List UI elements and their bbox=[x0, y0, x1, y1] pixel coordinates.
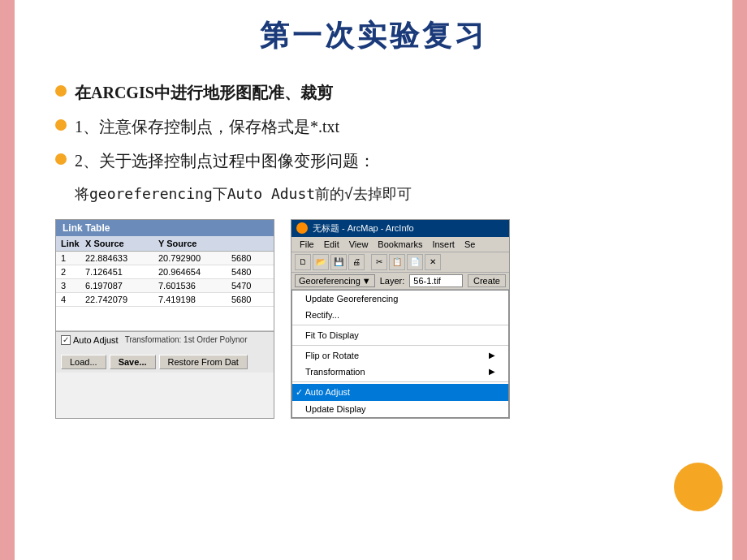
georef-arrow-icon: ▼ bbox=[362, 276, 371, 286]
link-table-header: Link X Source Y Source bbox=[56, 236, 274, 252]
restore-button[interactable]: Restore From Dat bbox=[159, 355, 248, 369]
flip-arrow-icon: ▶ bbox=[489, 351, 495, 360]
save-button[interactable]: Save... bbox=[110, 355, 156, 369]
toolbar-paste[interactable]: 📄 bbox=[407, 254, 423, 270]
header-xsource: X Source bbox=[84, 238, 157, 249]
right-decorative-bar bbox=[732, 0, 747, 560]
bullet-text-3: 2、关于选择控制点过程中图像变形问题： bbox=[75, 149, 375, 173]
arcmap-title-bar: 无标题 - ArcMap - ArcInfo bbox=[291, 220, 509, 237]
table-row: 3 6.197087 7.601536 5470 bbox=[56, 279, 274, 293]
menu-flip-rotate[interactable]: Flip or Rotate ▶ bbox=[292, 347, 508, 364]
toolbar-new[interactable]: 🗋 bbox=[295, 254, 311, 270]
auto-adjust-checkbox-label[interactable]: ✓ Auto Adjust bbox=[61, 335, 119, 345]
menu-fit-display[interactable]: Fit To Display bbox=[292, 327, 508, 343]
menu-file[interactable]: File bbox=[295, 239, 319, 250]
header-ysource: Y Source bbox=[157, 238, 230, 249]
layer-value: 56-1.tif bbox=[413, 276, 441, 286]
menu-update-georef[interactable]: Update Georeferencing bbox=[292, 291, 508, 307]
left-decorative-bar bbox=[0, 0, 15, 560]
separator-2 bbox=[292, 345, 508, 346]
bullet-text-1: 在ARCGIS中进行地形图配准、裁剪 bbox=[75, 80, 333, 105]
link-table-title: Link Table bbox=[56, 220, 274, 236]
screenshots-row: Link Table Link X Source Y Source 1 22.8… bbox=[55, 219, 700, 419]
transformation-label: Transformation: 1st Order Polynor bbox=[125, 335, 248, 344]
toolbar-open[interactable]: 📂 bbox=[313, 254, 329, 270]
bullet-item-2: 1、注意保存控制点，保存格式是*.txt bbox=[55, 114, 700, 139]
arcmap-toolbar: 🗋 📂 💾 🖨 ✂ 📋 📄 ✕ bbox=[291, 252, 509, 273]
layer-label: Layer: bbox=[380, 276, 405, 286]
link-table-screenshot: Link Table Link X Source Y Source 1 22.8… bbox=[55, 219, 274, 419]
georeferencing-dropdown[interactable]: Georeferencing ▼ bbox=[295, 274, 375, 287]
arcmap-screenshot: 无标题 - ArcMap - ArcInfo File Edit View Bo… bbox=[291, 219, 510, 419]
auto-adjust-label: Auto Adjust bbox=[73, 335, 119, 345]
bullet-text-2: 1、注意保存控制点，保存格式是*.txt bbox=[75, 114, 339, 139]
menu-se[interactable]: Se bbox=[460, 239, 480, 250]
bullet-dot-1 bbox=[55, 85, 67, 97]
footer-buttons: Load... Save... Restore From Dat bbox=[61, 355, 248, 369]
separator-3 bbox=[292, 381, 508, 382]
bullet-item-3: 2、关于选择控制点过程中图像变形问题： bbox=[55, 149, 700, 173]
bullet-item-1: 在ARCGIS中进行地形图配准、裁剪 bbox=[55, 80, 700, 105]
layer-input[interactable]: 56-1.tif bbox=[409, 274, 463, 287]
menu-view[interactable]: View bbox=[344, 239, 374, 250]
table-row: 2 7.126451 20.964654 5480 bbox=[56, 265, 274, 279]
header-link: Link bbox=[59, 238, 84, 249]
arcmap-icon bbox=[296, 222, 308, 234]
toolbar-copy[interactable]: 📋 bbox=[389, 254, 405, 270]
separator-1 bbox=[292, 325, 508, 325]
link-table-footer: ✓ Auto Adjust Transformation: 1st Order … bbox=[56, 331, 274, 373]
arcmap-menu-bar: File Edit View Bookmarks Insert Se bbox=[291, 237, 509, 252]
bullet-dot-3 bbox=[55, 153, 67, 165]
table-row: 1 22.884633 20.792900 5680 bbox=[56, 252, 274, 265]
georef-bar: Georeferencing ▼ Layer: 56-1.tif Create bbox=[291, 273, 509, 290]
table-row: 4 22.742079 7.419198 5680 bbox=[56, 293, 274, 307]
menu-auto-adjust[interactable]: ✓ Auto Adjust bbox=[292, 384, 508, 401]
toolbar-x[interactable]: ✕ bbox=[425, 254, 441, 270]
georef-label: Georeferencing bbox=[299, 276, 361, 286]
toolbar-cut[interactable]: ✂ bbox=[371, 254, 387, 270]
arcmap-title-text: 无标题 - ArcMap - ArcInfo bbox=[313, 222, 414, 235]
bullet-list: 在ARCGIS中进行地形图配准、裁剪 1、注意保存控制点，保存格式是*.txt … bbox=[47, 80, 700, 173]
checkbox-checked-icon: ✓ bbox=[61, 335, 71, 345]
arcmap-dropdown-menu: Update Georeferencing Rectify... Fit To … bbox=[291, 290, 509, 418]
menu-transformation[interactable]: Transformation ▶ bbox=[292, 364, 508, 380]
toolbar-save[interactable]: 💾 bbox=[330, 254, 347, 270]
orange-circle-decoration bbox=[674, 463, 723, 511]
create-button[interactable]: Create bbox=[468, 274, 506, 287]
menu-insert[interactable]: Insert bbox=[427, 239, 460, 250]
load-button[interactable]: Load... bbox=[61, 355, 106, 369]
header-extra bbox=[230, 238, 279, 249]
page-title: 第一次实验复习 bbox=[47, 16, 700, 56]
toolbar-print[interactable]: 🖨 bbox=[348, 254, 365, 270]
menu-rectify[interactable]: Rectify... bbox=[292, 307, 508, 323]
sub-text: 将georeferencing下Auto Adust前的√去掉即可 bbox=[75, 183, 700, 206]
main-content: 第一次实验复习 在ARCGIS中进行地形图配准、裁剪 1、注意保存控制点，保存格… bbox=[15, 0, 732, 560]
menu-bookmarks[interactable]: Bookmarks bbox=[373, 239, 427, 250]
menu-update-display[interactable]: Update Display bbox=[292, 401, 508, 417]
transformation-arrow-icon: ▶ bbox=[489, 367, 495, 376]
menu-edit[interactable]: Edit bbox=[319, 239, 344, 250]
bullet-dot-2 bbox=[55, 119, 67, 131]
